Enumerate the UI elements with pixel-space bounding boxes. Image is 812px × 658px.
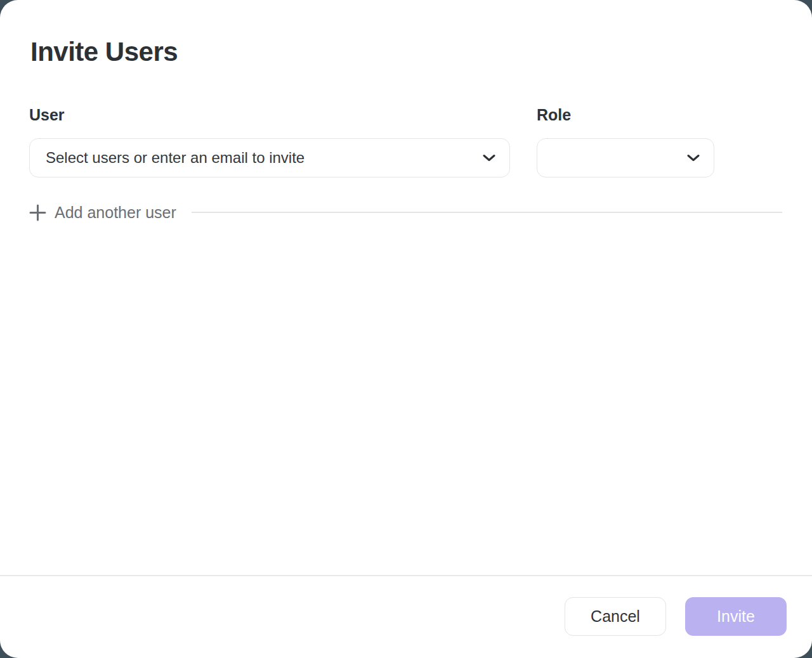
- invite-users-dialog: Invite Users User Select users or enter …: [0, 0, 812, 658]
- user-select[interactable]: Select users or enter an email to invite: [29, 138, 510, 177]
- role-select[interactable]: [537, 138, 714, 177]
- add-another-user-label: Add another user: [55, 203, 176, 222]
- footer-divider: [0, 575, 812, 576]
- invite-button[interactable]: Invite: [685, 597, 787, 636]
- chevron-down-icon: [483, 154, 495, 162]
- cancel-button[interactable]: Cancel: [565, 597, 666, 636]
- plus-icon: [29, 204, 46, 221]
- chevron-down-icon: [687, 154, 700, 162]
- role-field-label: Role: [537, 106, 571, 124]
- user-select-placeholder: Select users or enter an email to invite: [46, 149, 483, 167]
- divider: [192, 212, 782, 213]
- user-field-label: User: [29, 106, 65, 124]
- dialog-title: Invite Users: [30, 37, 178, 67]
- add-another-user-row: Add another user: [29, 203, 782, 222]
- add-another-user-button[interactable]: Add another user: [29, 203, 176, 222]
